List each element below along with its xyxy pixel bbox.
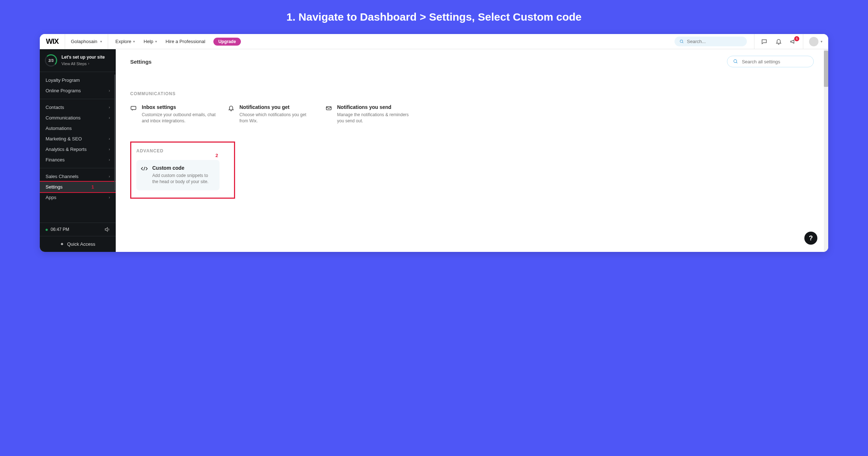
sidebar-item-label: Marketing & SEO [46,136,82,142]
sidebar-item-contacts[interactable]: Contacts› [40,102,116,113]
sidebar-group: Contacts› Communications› Automations Ma… [40,99,116,168]
sidebar-item-analytics[interactable]: Analytics & Reports› [40,144,116,155]
section-communications: COMMUNICATIONS Inbox settings Customize … [130,73,814,133]
sidebar-group: Loyalty Program Online Programs› [40,72,116,99]
svg-line-1 [682,42,684,43]
chat-icon [130,105,137,124]
sidebar-item-apps[interactable]: Apps› [40,192,116,203]
setting-title: Notifications you get [239,104,315,110]
setting-notifications-get[interactable]: Notifications you get Choose which notif… [228,103,315,126]
annotation-title: 1. Navigate to Dashboard > Settings, Sel… [40,11,828,23]
nav-explore-label: Explore [115,39,131,44]
chevron-down-icon: ▾ [155,39,157,43]
account-dropdown[interactable]: Golaphosain ▾ [65,34,108,49]
chevron-right-icon: › [109,89,110,93]
svg-rect-4 [131,106,136,110]
chevron-down-icon: ▾ [133,39,135,43]
chevron-right-icon: › [109,158,110,162]
global-search-input[interactable] [687,39,742,44]
account-name: Golaphosain [71,39,97,44]
main-layout: 2/3 Let's set up your site View All Step… [40,49,828,252]
sidebar-item-label: Contacts [46,105,64,110]
help-fab[interactable]: ? [804,232,817,245]
wix-logo[interactable]: WIX [40,34,65,49]
nav-links: Explore ▾ Help ▾ Hire a Professional Upg… [108,37,244,46]
avatar-menu[interactable]: ▾ [803,34,828,49]
bell-icon [228,105,234,124]
sidebar-item-label: Online Programs [46,88,81,93]
sidebar-footer: 06:47 PM ✦ Quick Access [40,223,116,252]
svg-line-3 [736,62,737,63]
sparkle-icon: ✦ [60,241,64,247]
topbar: WIX Golaphosain ▾ Explore ▾ Help ▾ Hire … [40,34,828,49]
upgrade-button[interactable]: Upgrade [213,38,241,46]
setup-link[interactable]: View All Steps › [61,61,105,67]
sound-icon[interactable] [104,227,110,232]
svg-point-2 [734,60,737,63]
nav-explore[interactable]: Explore ▾ [112,37,139,46]
content-body: COMMUNICATIONS Inbox settings Customize … [116,73,828,217]
chevron-right-icon: › [109,116,110,120]
sidebar-item-settings[interactable]: Settings 1 [40,181,116,193]
topbar-icons: 5 [754,34,803,49]
sidebar-item-label: Automations [46,126,72,131]
sidebar-item-sales-channels[interactable]: Sales Channels› [40,171,116,182]
progress-ring: 2/3 [45,54,57,67]
chat-icon[interactable] [761,38,767,45]
sidebar-scrollbar[interactable] [114,75,115,190]
sidebar-item-loyalty[interactable]: Loyalty Program [40,75,116,85]
section-label: ADVANCED [136,148,229,153]
setting-custom-code[interactable]: Custom code Add custom code snippets to … [136,160,220,190]
sidebar: 2/3 Let's set up your site View All Step… [40,49,116,252]
sidebar-group: Sales Channels› Settings 1 Apps› [40,168,116,206]
setup-box[interactable]: 2/3 Let's set up your site View All Step… [40,49,116,72]
page-title: Settings [130,59,152,65]
sidebar-item-communications[interactable]: Communications› [40,113,116,123]
section-advanced: ADVANCED 2 Custom code Add custom co [130,133,814,206]
setting-title: Notifications you send [337,104,412,110]
sidebar-item-label: Finances [46,157,65,162]
chevron-right-icon: › [109,137,110,141]
chevron-down-icon: ▾ [821,39,822,43]
quick-access[interactable]: ✦ Quick Access [40,236,116,252]
content-header: Settings [116,49,828,73]
sidebar-item-label: Loyalty Program [46,77,80,83]
section-label: COMMUNICATIONS [130,91,814,96]
nav-hire-label: Hire a Professional [166,39,205,44]
setup-link-label: View All Steps [61,61,87,67]
setting-notifications-send[interactable]: Notifications you send Manage the notifi… [326,103,412,126]
sidebar-item-label: Sales Channels [46,174,78,179]
annotation-marker-2: 2 [216,153,218,158]
setup-title: Let's set up your site [61,54,105,60]
settings-search[interactable] [727,56,814,67]
sidebar-item-online-programs[interactable]: Online Programs› [40,85,116,96]
sidebar-item-finances[interactable]: Finances› [40,155,116,165]
content-scrollbar-thumb[interactable] [824,51,828,87]
chevron-right-icon: › [109,147,110,151]
nav-help-label: Help [144,39,153,44]
search-icon [733,59,738,64]
content-scrollbar-track[interactable] [824,49,828,252]
annotation-marker-1: 1 [92,184,94,190]
setting-title: Custom code [152,165,215,171]
notification-badge: 5 [794,36,799,41]
sidebar-item-label: Apps [46,195,56,200]
global-search[interactable] [675,37,747,46]
avatar [809,37,818,46]
setting-desc: Add custom code snippets to the head or … [152,173,215,185]
bell-icon[interactable] [775,38,782,45]
sidebar-item-automations[interactable]: Automations [40,123,116,134]
megaphone-icon[interactable]: 5 [790,38,796,45]
chevron-right-icon: › [109,105,110,109]
sidebar-item-label: Communications [46,115,81,121]
sidebar-item-marketing[interactable]: Marketing & SEO› [40,134,116,144]
setting-inbox[interactable]: Inbox settings Customize your outbound e… [130,103,217,126]
time-text: 06:47 PM [51,227,69,232]
time-label: 06:47 PM [46,227,69,232]
chevron-right-icon: › [88,61,89,66]
settings-search-input[interactable] [742,59,808,64]
chevron-down-icon: ▾ [100,39,102,43]
setting-desc: Manage the notifications & reminders you… [337,112,412,124]
nav-hire[interactable]: Hire a Professional [162,37,209,46]
nav-help[interactable]: Help ▾ [140,37,161,46]
